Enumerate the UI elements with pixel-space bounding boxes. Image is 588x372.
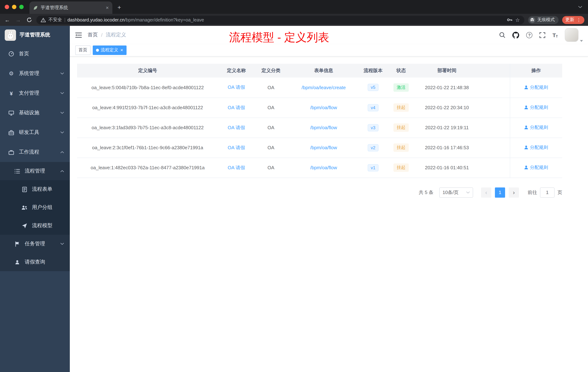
user-menu[interactable]: [565, 28, 583, 42]
breadcrumb-home[interactable]: 首页: [88, 32, 98, 38]
prev-page-button[interactable]: ‹: [481, 187, 491, 197]
back-button[interactable]: ←: [4, 17, 11, 23]
url-text: dashboard.yudao.iocoder.cn/bpm/manager/d…: [67, 17, 204, 22]
menu-label: 研发工具: [19, 129, 39, 136]
definition-name-link[interactable]: OA 请假: [228, 125, 245, 130]
tab-close-icon[interactable]: ×: [106, 5, 109, 11]
sidebar-item-devtools[interactable]: 研发工具: [0, 123, 70, 142]
close-window-button[interactable]: [5, 5, 9, 9]
users-icon: [21, 205, 28, 210]
sidebar-item-user-group[interactable]: 用户分组: [0, 198, 70, 217]
table-row: oa_leave:3:1fad3d93-7b75-11ec-a3c8-acde4…: [77, 118, 562, 138]
next-page-button[interactable]: ›: [509, 187, 519, 197]
definition-name-link[interactable]: OA 请假: [228, 85, 245, 90]
sidebar-item-process-model[interactable]: 流程模型: [0, 217, 70, 235]
zoom-window-button[interactable]: [19, 5, 24, 9]
assign-rule-button[interactable]: 分配规则: [524, 164, 548, 171]
workflow-submenu: 流程管理 流程表单: [0, 162, 70, 271]
chevron-down-icon: [60, 243, 64, 245]
forward-button[interactable]: →: [15, 17, 22, 23]
help-icon[interactable]: ?: [526, 32, 533, 38]
tabstrip-chevron-down-icon[interactable]: [578, 6, 582, 8]
brand-title: 芋道管理系统: [20, 32, 50, 38]
incognito-badge: 无痕模式: [528, 16, 558, 24]
table-header-row: 定义编号 定义名称 定义分类 表单信息 流程版本 状态 部署时间 操作: [77, 64, 562, 77]
menu-label: 系统管理: [19, 70, 39, 77]
tab-title: 芋道管理系统: [41, 5, 103, 11]
fullscreen-icon[interactable]: [539, 32, 546, 38]
sidebar-item-system[interactable]: ⚙ 系统管理: [0, 64, 70, 83]
form-link[interactable]: /bpm/oa/flow: [310, 105, 337, 110]
form-link[interactable]: /bpm/oa/flow: [310, 125, 337, 130]
assign-rule-button[interactable]: 分配规则: [524, 124, 548, 131]
deploy-time: 2022-01-22 20:34:10: [416, 98, 478, 118]
status-badge: 激活: [393, 83, 409, 92]
minimize-window-button[interactable]: [12, 5, 16, 9]
search-icon[interactable]: [499, 32, 506, 38]
form-link[interactable]: /bpm/oa/flow: [310, 145, 337, 150]
breadcrumb-current: 流程定义: [106, 32, 126, 38]
document-icon: [21, 186, 28, 192]
sidebar-item-payment[interactable]: ¥ 支付管理: [0, 83, 70, 103]
menu-label: 流程表单: [32, 186, 52, 193]
sidebar-menu: 首页 ⚙ 系统管理 ¥ 支付管理 基础设施: [0, 44, 70, 271]
sidebar-item-infra[interactable]: 基础设施: [0, 103, 70, 123]
update-label: 更新: [565, 17, 574, 23]
table-row: oa_leave:4:991f2193-7b7f-11ec-a3c8-acde4…: [77, 98, 562, 118]
sidebar-item-process-form[interactable]: 流程表单: [0, 180, 70, 198]
page-size-select[interactable]: 10条/页: [439, 187, 473, 197]
main-area: 首页 / 流程定义 ?: [70, 26, 588, 372]
total-count: 共 5 条: [419, 189, 433, 196]
menu-label: 用户分组: [32, 204, 52, 211]
menu-label: 流程模型: [32, 222, 52, 229]
chevron-up-icon: [60, 151, 64, 153]
tags-view: 首页 流程定义 ×: [70, 44, 588, 56]
sidebar-item-workflow[interactable]: 工作流程: [0, 142, 70, 162]
tag-close-icon[interactable]: ×: [120, 47, 123, 53]
key-icon[interactable]: [506, 17, 513, 23]
address-bar[interactable]: 不安全 dashboard.yudao.iocoder.cn/bpm/manag…: [36, 15, 524, 24]
incognito-label: 无痕模式: [537, 17, 555, 23]
update-button[interactable]: 更新 ⋮: [562, 16, 584, 24]
process-mgmt-submenu: 流程表单 用户分组 流程模型: [0, 180, 70, 235]
form-link[interactable]: /bpm/oa/leave/create: [302, 85, 346, 90]
menu-kebab-icon[interactable]: ⋮: [577, 17, 581, 22]
person-icon: [524, 125, 529, 130]
app-logo[interactable]: 芋道管理系统: [0, 26, 70, 44]
assign-rule-button[interactable]: 分配规则: [524, 84, 548, 90]
definition-id: oa_leave:4:991f2193-7b7f-11ec-a3c8-acde4…: [77, 98, 218, 118]
github-icon[interactable]: [513, 32, 519, 38]
chevron-down-icon: [466, 191, 470, 194]
sidebar-item-process-mgmt[interactable]: 流程管理: [0, 162, 70, 180]
deploy-time: 2022-01-22 19:19:11: [416, 118, 478, 138]
deploy-time: 2022-01-16 01:40:51: [416, 158, 478, 178]
form-link[interactable]: /bpm/oa/flow: [310, 165, 337, 170]
menu-label: 首页: [19, 51, 29, 57]
definition-name-link[interactable]: OA 请假: [228, 105, 245, 110]
reload-button[interactable]: [25, 17, 33, 22]
sidebar-item-task-mgmt[interactable]: 任务管理: [0, 235, 70, 253]
new-tab-button[interactable]: +: [117, 4, 121, 11]
goto-page-input[interactable]: [540, 187, 555, 197]
definition-name-link[interactable]: OA 请假: [228, 165, 245, 170]
sidebar-item-home[interactable]: 首页: [0, 44, 70, 64]
assign-rule-button[interactable]: 分配规则: [524, 144, 548, 151]
tag-process-definition[interactable]: 流程定义 ×: [93, 45, 126, 55]
menu-label: 支付管理: [19, 90, 39, 97]
browser-tab[interactable]: 芋道管理系统 ×: [30, 1, 112, 14]
security-label[interactable]: 不安全: [48, 17, 62, 23]
logo-avatar: [5, 29, 16, 41]
page-content: 定义编号 定义名称 定义分类 表单信息 流程版本 状态 部署时间 操作: [70, 56, 588, 197]
collapse-sidebar-icon[interactable]: [75, 32, 82, 38]
font-size-icon[interactable]: TT: [553, 32, 558, 38]
page-number-current[interactable]: 1: [495, 187, 505, 197]
definition-category: OA: [254, 77, 287, 98]
screen: 芋道管理系统 × + ← → 不安全 dashboard.yudao.iocod…: [0, 0, 588, 372]
assign-rule-button[interactable]: 分配规则: [524, 104, 548, 111]
sidebar-item-leave-query[interactable]: 请假查询: [0, 253, 70, 271]
definition-id: oa_leave:1:482ec033-762a-11ec-8477-a2380…: [77, 158, 218, 178]
tag-home[interactable]: 首页: [75, 45, 91, 55]
definition-name-link[interactable]: OA 请假: [228, 145, 245, 150]
bookmark-star-icon[interactable]: ☆: [515, 17, 520, 23]
avatar[interactable]: [565, 28, 578, 42]
